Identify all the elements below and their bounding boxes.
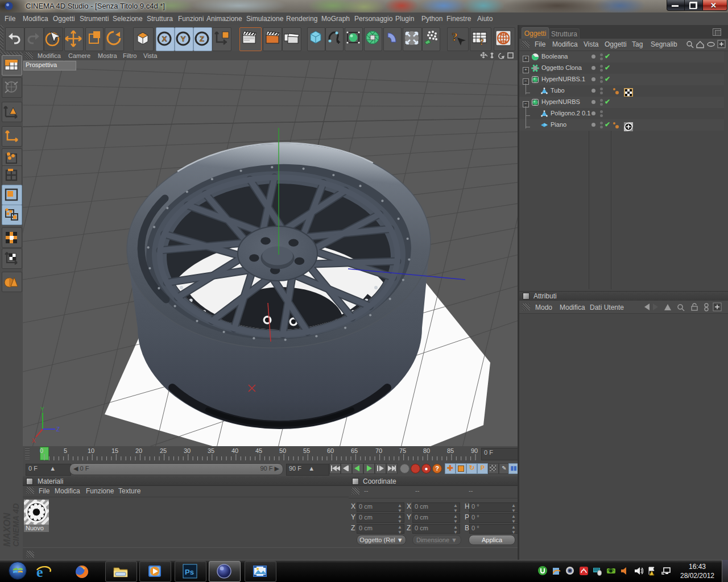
svg-text:e: e <box>36 564 43 579</box>
svg-text:!: ! <box>653 572 654 576</box>
svg-text:Nuovo: Nuovo <box>26 525 44 531</box>
svg-text:Ps: Ps <box>185 568 194 576</box>
